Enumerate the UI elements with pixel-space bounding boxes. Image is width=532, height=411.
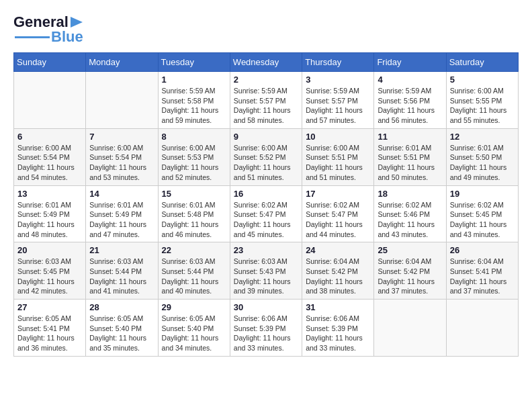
day-info: Sunrise: 6:00 AMSunset: 5:55 PMDaylight:… <box>450 86 515 126</box>
calendar-cell: 8Sunrise: 6:00 AMSunset: 5:53 PMDaylight… <box>158 128 230 185</box>
day-number: 30 <box>234 302 298 312</box>
calendar-header-friday: Friday <box>374 53 446 72</box>
calendar-cell: 28Sunrise: 6:05 AMSunset: 5:40 PMDayligh… <box>86 300 158 357</box>
day-number: 27 <box>17 302 82 312</box>
day-info: Sunrise: 6:06 AMSunset: 5:39 PMDaylight:… <box>234 314 298 353</box>
calendar-cell <box>374 300 446 357</box>
day-number: 10 <box>306 132 370 142</box>
calendar-cell: 9Sunrise: 6:00 AMSunset: 5:52 PMDaylight… <box>230 128 302 185</box>
day-number: 20 <box>17 245 82 255</box>
day-number: 6 <box>17 132 82 142</box>
day-number: 7 <box>89 132 154 142</box>
day-info: Sunrise: 5:59 AMSunset: 5:57 PMDaylight:… <box>234 86 298 126</box>
logo-blue: Blue <box>51 28 83 46</box>
day-info: Sunrise: 6:01 AMSunset: 5:48 PMDaylight:… <box>162 200 226 240</box>
day-info: Sunrise: 6:01 AMSunset: 5:49 PMDaylight:… <box>89 200 154 240</box>
day-number: 18 <box>378 189 442 199</box>
calendar-cell: 11Sunrise: 6:01 AMSunset: 5:51 PMDayligh… <box>374 128 446 185</box>
calendar-cell <box>446 300 518 357</box>
day-number: 3 <box>306 75 370 85</box>
day-number: 26 <box>450 245 515 255</box>
day-number: 22 <box>162 245 226 255</box>
calendar-cell: 1Sunrise: 5:59 AMSunset: 5:58 PMDaylight… <box>158 72 230 129</box>
calendar-cell: 30Sunrise: 6:06 AMSunset: 5:39 PMDayligh… <box>230 300 302 357</box>
day-number: 29 <box>162 302 226 312</box>
day-number: 19 <box>450 189 515 199</box>
calendar-body: 1Sunrise: 5:59 AMSunset: 5:58 PMDaylight… <box>14 72 519 357</box>
calendar-header-row: SundayMondayTuesdayWednesdayThursdayFrid… <box>14 53 519 72</box>
day-info: Sunrise: 6:02 AMSunset: 5:46 PMDaylight:… <box>378 200 442 240</box>
day-info: Sunrise: 6:04 AMSunset: 5:42 PMDaylight:… <box>378 257 442 296</box>
day-info: Sunrise: 5:59 AMSunset: 5:58 PMDaylight:… <box>162 86 226 126</box>
day-info: Sunrise: 6:03 AMSunset: 5:44 PMDaylight:… <box>89 257 154 296</box>
calendar-cell: 29Sunrise: 6:05 AMSunset: 5:40 PMDayligh… <box>158 300 230 357</box>
day-info: Sunrise: 6:02 AMSunset: 5:45 PMDaylight:… <box>450 200 515 240</box>
day-info: Sunrise: 6:00 AMSunset: 5:51 PMDaylight:… <box>306 143 370 183</box>
calendar-cell: 21Sunrise: 6:03 AMSunset: 5:44 PMDayligh… <box>86 242 158 300</box>
calendar-cell: 24Sunrise: 6:04 AMSunset: 5:42 PMDayligh… <box>302 242 374 300</box>
calendar-header-monday: Monday <box>86 53 158 72</box>
calendar-cell: 25Sunrise: 6:04 AMSunset: 5:42 PMDayligh… <box>374 242 446 300</box>
calendar-cell <box>86 72 158 129</box>
calendar-header-tuesday: Tuesday <box>158 53 230 72</box>
calendar-cell: 31Sunrise: 6:06 AMSunset: 5:39 PMDayligh… <box>302 300 374 357</box>
day-number: 17 <box>306 189 370 199</box>
calendar-cell: 18Sunrise: 6:02 AMSunset: 5:46 PMDayligh… <box>374 185 446 242</box>
day-info: Sunrise: 6:01 AMSunset: 5:51 PMDaylight:… <box>378 143 442 183</box>
calendar-cell: 4Sunrise: 5:59 AMSunset: 5:56 PMDaylight… <box>374 72 446 129</box>
calendar-cell: 14Sunrise: 6:01 AMSunset: 5:49 PMDayligh… <box>86 185 158 242</box>
day-number: 24 <box>306 245 370 255</box>
calendar-week-2: 6Sunrise: 6:00 AMSunset: 5:54 PMDaylight… <box>14 128 519 185</box>
day-info: Sunrise: 6:05 AMSunset: 5:40 PMDaylight:… <box>162 314 226 353</box>
day-number: 21 <box>89 245 154 255</box>
calendar-cell: 5Sunrise: 6:00 AMSunset: 5:55 PMDaylight… <box>446 72 518 129</box>
day-info: Sunrise: 6:04 AMSunset: 5:42 PMDaylight:… <box>306 257 370 296</box>
day-info: Sunrise: 6:03 AMSunset: 5:45 PMDaylight:… <box>17 257 82 296</box>
calendar-cell: 26Sunrise: 6:04 AMSunset: 5:41 PMDayligh… <box>446 242 518 300</box>
day-info: Sunrise: 6:01 AMSunset: 5:49 PMDaylight:… <box>17 200 82 240</box>
day-number: 16 <box>234 189 298 199</box>
calendar-cell: 23Sunrise: 6:03 AMSunset: 5:43 PMDayligh… <box>230 242 302 300</box>
day-info: Sunrise: 6:05 AMSunset: 5:40 PMDaylight:… <box>89 314 154 353</box>
day-number: 23 <box>234 245 298 255</box>
day-number: 1 <box>162 75 226 85</box>
calendar-cell: 13Sunrise: 6:01 AMSunset: 5:49 PMDayligh… <box>14 185 86 242</box>
day-info: Sunrise: 6:03 AMSunset: 5:44 PMDaylight:… <box>162 257 226 296</box>
calendar-week-4: 20Sunrise: 6:03 AMSunset: 5:45 PMDayligh… <box>14 242 519 300</box>
day-number: 4 <box>378 75 442 85</box>
page-header: General Blue <box>13 13 519 46</box>
calendar-cell: 16Sunrise: 6:02 AMSunset: 5:47 PMDayligh… <box>230 185 302 242</box>
calendar-week-1: 1Sunrise: 5:59 AMSunset: 5:58 PMDaylight… <box>14 72 519 129</box>
day-number: 11 <box>378 132 442 142</box>
day-info: Sunrise: 6:01 AMSunset: 5:50 PMDaylight:… <box>450 143 515 183</box>
calendar-header-thursday: Thursday <box>302 53 374 72</box>
day-number: 2 <box>234 75 298 85</box>
calendar-cell: 7Sunrise: 6:00 AMSunset: 5:54 PMDaylight… <box>86 128 158 185</box>
calendar-cell: 12Sunrise: 6:01 AMSunset: 5:50 PMDayligh… <box>446 128 518 185</box>
day-number: 15 <box>162 189 226 199</box>
calendar-cell: 3Sunrise: 5:59 AMSunset: 5:57 PMDaylight… <box>302 72 374 129</box>
calendar-cell: 6Sunrise: 6:00 AMSunset: 5:54 PMDaylight… <box>14 128 86 185</box>
day-info: Sunrise: 6:03 AMSunset: 5:43 PMDaylight:… <box>234 257 298 296</box>
day-number: 13 <box>17 189 82 199</box>
day-info: Sunrise: 6:00 AMSunset: 5:52 PMDaylight:… <box>234 143 298 183</box>
day-info: Sunrise: 6:04 AMSunset: 5:41 PMDaylight:… <box>450 257 515 296</box>
day-number: 8 <box>162 132 226 142</box>
calendar-cell: 19Sunrise: 6:02 AMSunset: 5:45 PMDayligh… <box>446 185 518 242</box>
day-info: Sunrise: 6:02 AMSunset: 5:47 PMDaylight:… <box>306 200 370 240</box>
day-info: Sunrise: 5:59 AMSunset: 5:56 PMDaylight:… <box>378 86 442 126</box>
logo-arrow-icon <box>69 15 84 29</box>
calendar-cell <box>14 72 86 129</box>
calendar-cell: 2Sunrise: 5:59 AMSunset: 5:57 PMDaylight… <box>230 72 302 129</box>
svg-marker-0 <box>71 17 83 28</box>
calendar-header-wednesday: Wednesday <box>230 53 302 72</box>
calendar-cell: 17Sunrise: 6:02 AMSunset: 5:47 PMDayligh… <box>302 185 374 242</box>
day-number: 31 <box>306 302 370 312</box>
day-info: Sunrise: 6:05 AMSunset: 5:41 PMDaylight:… <box>17 314 82 353</box>
day-info: Sunrise: 6:00 AMSunset: 5:53 PMDaylight:… <box>162 143 226 183</box>
calendar-week-3: 13Sunrise: 6:01 AMSunset: 5:49 PMDayligh… <box>14 185 519 242</box>
day-number: 28 <box>89 302 154 312</box>
day-info: Sunrise: 6:02 AMSunset: 5:47 PMDaylight:… <box>234 200 298 240</box>
day-info: Sunrise: 5:59 AMSunset: 5:57 PMDaylight:… <box>306 86 370 126</box>
calendar-cell: 22Sunrise: 6:03 AMSunset: 5:44 PMDayligh… <box>158 242 230 300</box>
